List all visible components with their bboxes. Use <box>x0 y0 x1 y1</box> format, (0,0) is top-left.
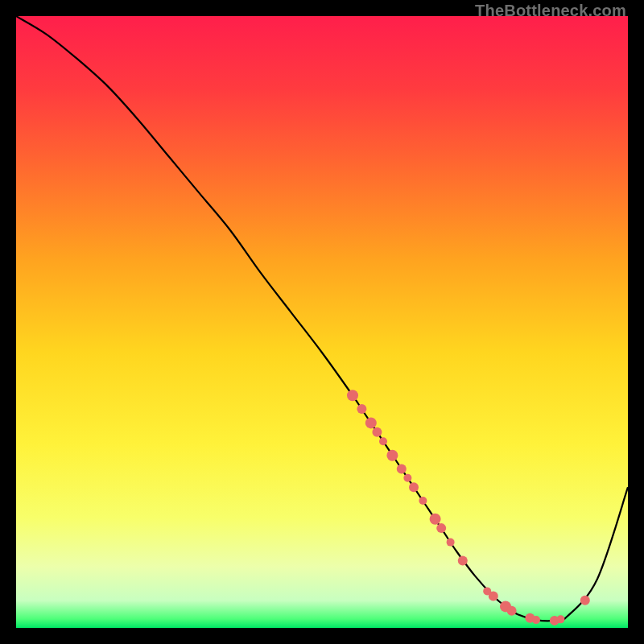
marker-point <box>430 514 441 525</box>
marker-point <box>447 539 455 547</box>
marker-point <box>365 417 377 428</box>
marker-point <box>419 497 427 505</box>
chart-container <box>16 16 628 628</box>
marker-point <box>372 427 382 437</box>
marker-point <box>532 616 540 624</box>
marker-point <box>507 606 517 616</box>
marker-point <box>386 450 398 461</box>
marker-point <box>409 482 419 492</box>
bottleneck-chart <box>16 16 628 628</box>
marker-point <box>556 615 564 623</box>
marker-point <box>436 523 446 533</box>
marker-point <box>397 464 407 473</box>
marker-point <box>489 591 498 601</box>
marker-point <box>357 404 366 414</box>
marker-point <box>347 390 358 401</box>
gradient-background <box>16 16 628 628</box>
marker-point <box>580 596 590 605</box>
watermark-label: TheBottleneck.com <box>475 2 626 20</box>
marker-point <box>403 474 411 482</box>
marker-point <box>458 555 468 565</box>
marker-point <box>379 437 387 445</box>
